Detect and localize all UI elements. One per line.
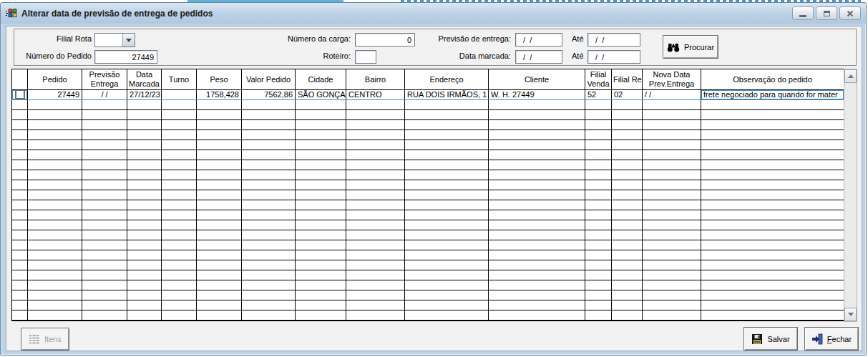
grid-cell[interactable] xyxy=(12,90,28,100)
grid-cell xyxy=(585,290,612,300)
grid-cell[interactable]: SÃO GONÇALO xyxy=(296,90,346,100)
grid-cell xyxy=(405,220,489,230)
grid-cell xyxy=(405,160,489,170)
vertical-scrollbar[interactable] xyxy=(844,69,857,322)
grid-cell xyxy=(28,220,82,230)
grid-cell[interactable]: RUA DOIS IRMÃOS, 1 - xyxy=(405,90,489,100)
grid-cell xyxy=(82,250,127,260)
grid-cell xyxy=(612,210,643,220)
table-row xyxy=(12,130,844,140)
data-marcada-ate-input[interactable] xyxy=(587,50,640,64)
grid-cell xyxy=(197,290,242,300)
grid-cell[interactable]: CENTRO xyxy=(346,90,405,100)
close-button[interactable] xyxy=(839,6,861,20)
grid-cell[interactable]: 27/12/23 xyxy=(127,90,162,100)
grid-cell[interactable]: / / xyxy=(82,90,127,100)
grid-cell xyxy=(12,110,28,120)
grid-cell xyxy=(405,190,489,200)
grid-cell xyxy=(489,250,585,260)
grid-cell xyxy=(612,220,643,230)
grid-cell xyxy=(585,120,612,130)
procurar-button[interactable]: Procurar xyxy=(663,35,718,59)
table-row xyxy=(12,260,844,270)
column-header-1: Pedido xyxy=(28,69,82,90)
previsao-entrega-input[interactable] xyxy=(515,33,562,47)
grid-cell xyxy=(242,160,296,170)
scroll-down-button[interactable] xyxy=(844,308,857,321)
grid-cell xyxy=(585,270,612,280)
grid-cell xyxy=(585,170,612,180)
grid-cell xyxy=(612,270,643,280)
grid-cell xyxy=(585,210,612,220)
previsao-ate-input[interactable] xyxy=(587,33,640,47)
title-bar[interactable]: Alterar data de previsão de entrega de p… xyxy=(1,3,866,24)
orders-grid-wrap: PedidoPrevisãoEntregaDataMarcadaTurnoPes… xyxy=(11,69,844,322)
grid-cell[interactable]: 52 xyxy=(585,90,612,100)
grid-cell[interactable]: 1758,428 xyxy=(197,90,242,100)
grid-cell[interactable]: 02 xyxy=(612,90,643,100)
salvar-button[interactable]: Salvar xyxy=(743,327,798,351)
grid-cell xyxy=(346,270,405,280)
grid-cell xyxy=(127,140,162,150)
grid-cell xyxy=(612,100,643,110)
grid-cell xyxy=(12,250,28,260)
data-marcada-input[interactable] xyxy=(515,50,562,64)
table-row xyxy=(12,110,844,120)
grid-cell xyxy=(127,270,162,280)
grid-cell xyxy=(82,110,127,120)
grid-cell xyxy=(489,130,585,140)
grid-cell[interactable]: W. H. 27449 xyxy=(489,90,585,100)
grid-cell xyxy=(612,280,643,290)
grid-cell xyxy=(242,210,296,220)
grid-cell xyxy=(585,230,612,240)
grid-cell xyxy=(162,180,197,190)
grid-cell xyxy=(346,220,405,230)
arrow-down-icon xyxy=(848,313,854,316)
grid-cell xyxy=(296,280,346,290)
row-select-checkbox[interactable] xyxy=(15,90,25,100)
grid-cell[interactable]: 27449 xyxy=(28,90,82,100)
restore-button[interactable] xyxy=(816,6,837,20)
exit-door-icon xyxy=(811,333,823,345)
grid-cell xyxy=(162,110,197,120)
numero-pedido-input[interactable] xyxy=(94,50,157,64)
grid-cell[interactable]: / / xyxy=(643,90,701,100)
grid-cell xyxy=(28,190,82,200)
grid-cell xyxy=(296,100,346,110)
fechar-button[interactable]: Fechar xyxy=(804,327,859,351)
grid-cell xyxy=(489,210,585,220)
grid-cell xyxy=(643,150,701,160)
grid-cell xyxy=(82,190,127,200)
grid-cell xyxy=(197,300,242,310)
grid-cell xyxy=(643,200,701,210)
grid-cell xyxy=(197,150,242,160)
minimize-button[interactable] xyxy=(792,6,814,20)
grid-cell xyxy=(489,260,585,270)
table-row xyxy=(12,220,844,230)
scroll-up-button[interactable] xyxy=(844,69,857,83)
filial-rota-dropdown-button[interactable] xyxy=(122,34,135,47)
table-row xyxy=(12,160,844,170)
grid-cell xyxy=(197,220,242,230)
grid-cell xyxy=(82,120,127,130)
app-windows-flag-icon xyxy=(6,8,17,19)
grid-cell xyxy=(127,180,162,190)
grid-cell xyxy=(127,170,162,180)
grid-cell xyxy=(82,200,127,210)
grid-cell xyxy=(701,210,844,220)
grid-cell xyxy=(82,300,127,310)
column-header-2: PrevisãoEntrega xyxy=(82,69,127,90)
grid-cell xyxy=(197,210,242,220)
grid-cell xyxy=(82,220,127,230)
grid-cell xyxy=(405,180,489,190)
grid-cell[interactable] xyxy=(162,90,197,100)
grid-cell xyxy=(127,290,162,300)
roteiro-input[interactable] xyxy=(355,50,376,64)
grid-cell xyxy=(585,140,612,150)
filial-rota-select[interactable] xyxy=(94,33,135,47)
grid-cell[interactable]: 7562,86 xyxy=(242,90,296,100)
grid-cell[interactable]: frete negociado para quando for mater xyxy=(701,90,844,100)
grid-cell xyxy=(643,110,701,120)
itens-button: Itens xyxy=(21,328,69,351)
grid-cell xyxy=(643,250,701,260)
